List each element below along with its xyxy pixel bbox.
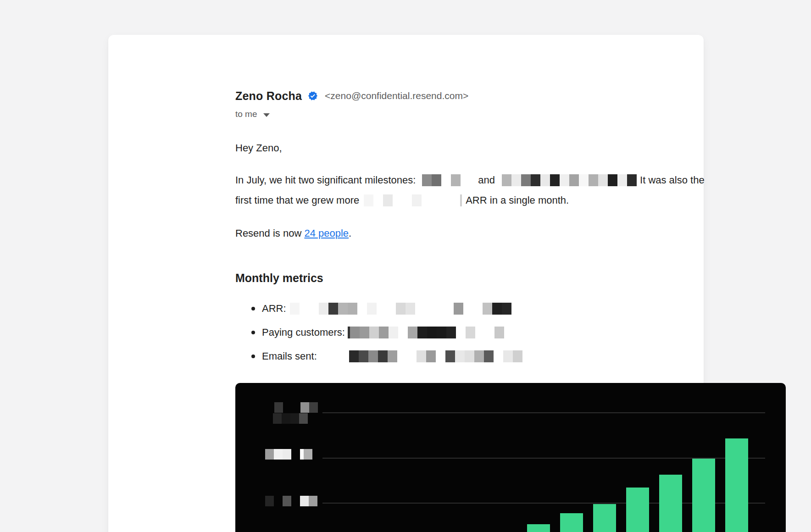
pixel-block [265, 496, 274, 506]
metrics-heading: Monthly metrics [235, 271, 323, 285]
pixel-block [359, 350, 368, 362]
paragraph-team-size: Resend is now 24 people. [235, 227, 351, 240]
bullet-dot [251, 307, 255, 310]
pixel-block [319, 303, 328, 315]
chart-bar [626, 488, 649, 532]
sender-email: <zeno@confidential.resend.com> [325, 90, 468, 101]
pixel-block [441, 194, 450, 206]
pixel-block [608, 174, 617, 186]
pixel-block [388, 350, 397, 362]
pixel-block [503, 350, 513, 362]
pixel-block [617, 174, 627, 186]
redacted-axis-label [274, 402, 318, 413]
pixel-block [445, 350, 455, 362]
redacted-axis-label [265, 449, 312, 460]
sender-name: Zeno Rocha [235, 89, 302, 103]
pixel-block [406, 303, 415, 315]
list-item-emails-sent: Emails sent: [251, 349, 522, 363]
chart-bar [725, 438, 748, 532]
growth-bar-chart [235, 383, 786, 532]
pixel-block [521, 174, 531, 186]
pixel-block [446, 327, 456, 338]
pixel-block [441, 174, 451, 186]
pixel-block [402, 194, 412, 206]
pixel-block [364, 194, 373, 206]
pixel-block [368, 350, 378, 362]
pixel-block [569, 174, 579, 186]
bullet-label: ARR: [262, 303, 286, 315]
bullet-label: Paying customers: [262, 327, 345, 338]
pixel-block [309, 402, 318, 413]
grew-text-start: first time that we grew more [235, 194, 359, 206]
pixel-block [407, 350, 417, 362]
recipient-label: to me [235, 109, 257, 119]
pixel-block [426, 350, 436, 362]
pixel-block [502, 174, 511, 186]
pixel-block [290, 303, 300, 315]
recipient-dropdown[interactable]: to me [235, 108, 270, 120]
pixel-block [377, 303, 386, 315]
pixel-block [415, 303, 425, 315]
bullet-dot [251, 331, 255, 334]
pixel-block [598, 174, 608, 186]
pixel-block [300, 303, 309, 315]
pixel-block [273, 413, 282, 424]
pixel-block [494, 350, 503, 362]
pixel-block [511, 174, 521, 186]
pixel-block [299, 413, 308, 424]
pixel-block [483, 303, 492, 315]
pixel-block [300, 449, 304, 460]
pixel-block [393, 194, 402, 206]
pixel-block [492, 303, 502, 315]
pixel-block [454, 303, 463, 315]
bullet-dot [251, 355, 255, 358]
pixel-block [455, 350, 465, 362]
pixel-block [466, 327, 475, 338]
pixel-block [282, 413, 290, 424]
list-item-arr: ARR: [251, 302, 511, 316]
pixel-block [474, 350, 484, 362]
team-text-prefix: Resend is now [235, 227, 304, 239]
chart-bar [527, 524, 550, 532]
milestones-text-and: and [478, 174, 495, 186]
pixel-block [589, 174, 598, 186]
pixel-block [309, 496, 317, 506]
pixel-block [338, 303, 348, 315]
pixel-block [444, 303, 454, 315]
pixel-block [389, 327, 398, 338]
pixel-block [386, 303, 396, 315]
pixel-block [283, 496, 291, 506]
pixel-block [550, 174, 560, 186]
pixel-block [274, 402, 283, 413]
people-link[interactable]: 24 people [304, 227, 349, 239]
pixel-block [283, 449, 291, 460]
pixel-block [494, 327, 504, 338]
pixel-block [290, 413, 299, 424]
email-card: Zeno Rocha <zeno@confidential.resend.com… [108, 35, 704, 532]
redacted-arr-amount [364, 194, 462, 206]
pixel-block [378, 350, 388, 362]
milestones-text-start: In July, we hit two significant mileston… [235, 174, 416, 186]
verified-badge-icon [308, 91, 318, 101]
paragraph-milestones-line1: In July, we hit two significant mileston… [235, 173, 705, 187]
pixel-block [484, 350, 494, 362]
greeting-text: Hey Zeno, [235, 141, 282, 155]
pixel-block [292, 402, 300, 413]
chevron-down-icon [263, 113, 270, 117]
pixel-block [274, 496, 283, 506]
milestones-text-end: It was also the [640, 174, 705, 186]
pixel-block [437, 327, 446, 338]
pixel-block [432, 174, 441, 186]
pixel-block [349, 350, 359, 362]
pixel-block [328, 303, 338, 315]
pixel-block [357, 303, 367, 315]
redacted-customers-value [348, 327, 504, 338]
redacted-axis-label [265, 496, 317, 506]
list-item-paying-customers: Paying customers: [251, 326, 504, 339]
chart-bar [692, 459, 715, 532]
redacted-milestone-1 [422, 174, 461, 186]
chart-bar [560, 513, 583, 532]
redacted-arr-value [290, 303, 511, 315]
pixel-block [475, 327, 485, 338]
pixel-block [465, 350, 474, 362]
